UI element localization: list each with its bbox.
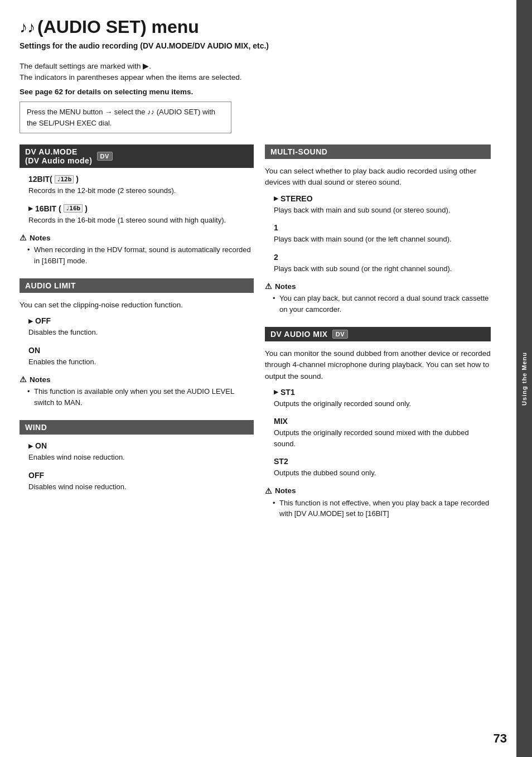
option-st1: ST1 Outputs the originally recorded soun… [265, 388, 491, 409]
note-multisound-1: You can play back, but cannot record a d… [273, 293, 491, 315]
option-on: ON Enables the function. [20, 346, 254, 368]
option-mix-title: MIX [274, 417, 491, 426]
option-ch2-title: 2 [274, 253, 491, 262]
note-audiolimit-1: This function is available only when you… [27, 386, 254, 408]
right-tab-text: Using the Menu [521, 352, 528, 406]
option-12bit-title: 12BIT(♩12b) [28, 175, 254, 184]
16b-badge: ♩16b [64, 204, 83, 213]
option-off-desc: Disables the function. [28, 327, 254, 338]
option-st2-desc: Outputs the dubbed sound only. [274, 467, 491, 479]
option-st1-desc: Outputs the originally recorded sound on… [274, 398, 491, 409]
section-audio-limit: AUDIO LIMIT You can set the clipping-noi… [20, 278, 254, 408]
audio-limit-header: AUDIO LIMIT [20, 278, 254, 293]
multi-sound-title: MULTI-SOUND [270, 147, 327, 156]
wind-header: WIND [20, 420, 254, 435]
option-mix-desc: Outputs the originally recorded sound mi… [274, 427, 491, 449]
left-column: DV AU.MODE(DV Audio mode) DV 12BIT(♩12b)… [20, 144, 254, 532]
instruction-box: Press the MENU button → select the ♪♪ (A… [20, 102, 231, 133]
option-st1-title: ST1 [274, 388, 491, 397]
option-wind-on-title: ON [28, 441, 254, 450]
option-ch1-title: 1 [274, 223, 491, 232]
page-number: 73 [494, 731, 507, 746]
section-dv-au-mode: DV AU.MODE(DV Audio mode) DV 12BIT(♩12b)… [20, 144, 254, 266]
music-notes-icon: ♪♪ [20, 20, 35, 35]
option-ch1: 1 Plays back with main sound (or the lef… [265, 223, 491, 245]
notes-icon-aumode: ⚠ [20, 233, 27, 242]
option-16bit-desc: Records in the 16-bit mode (1 stereo sou… [28, 215, 254, 226]
notes-icon-multisound: ⚠ [265, 282, 272, 291]
dv-badge-audiomix: DV [332, 330, 348, 339]
option-on-desc: Enables the function. [28, 356, 254, 368]
option-on-title: ON [28, 346, 254, 355]
right-column: MULTI-SOUND You can select whether to pl… [265, 144, 491, 532]
dv-au-mode-title: DV AU.MODE(DV Audio mode) [25, 147, 93, 165]
notes-title-aumode: ⚠ Notes [20, 233, 254, 242]
dv-au-mode-notes: ⚠ Notes When recording in the HDV format… [20, 233, 254, 266]
notes-title-audiomix: ⚠ Notes [265, 486, 491, 495]
notes-list-audiomix: This function is not effective, when you… [265, 498, 491, 519]
notes-title-multisound: ⚠ Notes [265, 282, 491, 291]
title-text: (AUDIO SET) menu [37, 17, 199, 37]
option-ch2-desc: Plays back with sub sound (or the right … [274, 263, 491, 274]
two-column-layout: DV AU.MODE(DV Audio mode) DV 12BIT(♩12b)… [20, 144, 491, 532]
section-wind: WIND ON Enables wind noise reduction. OF… [20, 420, 254, 492]
option-16bit: 16BIT (♩16b) Records in the 16-bit mode … [20, 204, 254, 226]
option-wind-off: OFF Disables wind noise reduction. [20, 471, 254, 493]
option-12bit-desc: Records in the 12-bit mode (2 stereo sou… [28, 185, 254, 196]
section-multi-sound: MULTI-SOUND You can select whether to pl… [265, 144, 491, 315]
audio-limit-intro: You can set the clipping-noise reduction… [20, 300, 254, 311]
option-wind-off-desc: Disables wind noise reduction. [28, 481, 254, 493]
option-12bit: 12BIT(♩12b) Records in the 12-bit mode (… [20, 175, 254, 196]
12b-badge: ♩12b [55, 175, 74, 184]
option-16bit-title: 16BIT (♩16b) [28, 204, 254, 213]
option-stereo-desc: Plays back with main and sub sound (or s… [274, 205, 491, 216]
option-off: OFF Disables the function. [20, 316, 254, 338]
option-ch1-desc: Plays back with main sound (or the left … [274, 234, 491, 245]
option-st2-title: ST2 [274, 457, 491, 466]
option-ch2: 2 Plays back with sub sound (or the righ… [265, 253, 491, 274]
dv-audio-mix-intro: You can monitor the sound dubbed from an… [265, 348, 491, 382]
notes-icon-audiolimit: ⚠ [20, 375, 27, 384]
option-wind-on: ON Enables wind noise reduction. [20, 441, 254, 463]
dv-audio-mix-notes: ⚠ Notes This function is not effective, … [265, 486, 491, 519]
notes-list-aumode: When recording in the HDV format, sound … [20, 244, 254, 266]
intro-text-1: The default settings are marked with ▶. … [20, 61, 491, 84]
notes-icon-audiomix: ⚠ [265, 486, 272, 495]
note-aumode-1: When recording in the HDV format, sound … [27, 244, 254, 266]
dv-audio-mix-title: DV AUDIO MIX [270, 330, 328, 339]
intro1: The default settings are marked with ▶. [20, 62, 151, 70]
option-off-title: OFF [28, 316, 254, 325]
main-content: ♪♪ (AUDIO SET) menu Settings for the aud… [0, 0, 507, 757]
instruction-text: Press the MENU button → select the ♪♪ (A… [27, 108, 215, 127]
option-stereo: STEREO Plays back with main and sub soun… [265, 194, 491, 216]
option-st2: ST2 Outputs the dubbed sound only. [265, 457, 491, 479]
option-wind-off-title: OFF [28, 471, 254, 480]
notes-list-audiolimit: This function is available only when you… [20, 386, 254, 408]
audio-limit-title: AUDIO LIMIT [25, 281, 76, 290]
option-mix: MIX Outputs the originally recorded soun… [265, 417, 491, 449]
notes-title-audiolimit: ⚠ Notes [20, 375, 254, 384]
note-audiomix-1: This function is not effective, when you… [273, 498, 491, 519]
dv-badge-aumode: DV [97, 152, 113, 161]
multi-sound-intro: You can select whether to play back audi… [265, 166, 491, 189]
multi-sound-notes: ⚠ Notes You can play back, but cannot re… [265, 282, 491, 315]
right-tab: Using the Menu [516, 0, 532, 757]
page: ♪♪ (AUDIO SET) menu Settings for the aud… [0, 0, 532, 757]
audio-limit-notes: ⚠ Notes This function is available only … [20, 375, 254, 408]
notes-list-multisound: You can play back, but cannot record a d… [265, 293, 491, 315]
section-dv-audio-mix: DV AUDIO MIX DV You can monitor the soun… [265, 327, 491, 519]
bold-note: See page 62 for details on selecting men… [20, 88, 491, 96]
dv-audio-mix-header: DV AUDIO MIX DV [265, 327, 491, 341]
multi-sound-header: MULTI-SOUND [265, 144, 491, 159]
subtitle: Settings for the audio recording (DV AU.… [20, 41, 491, 52]
page-title: ♪♪ (AUDIO SET) menu [20, 17, 491, 37]
option-wind-on-desc: Enables wind noise reduction. [28, 452, 254, 463]
intro2: The indicators in parentheses appear whe… [20, 73, 241, 81]
option-stereo-title: STEREO [274, 194, 491, 203]
dv-au-mode-header: DV AU.MODE(DV Audio mode) DV [20, 144, 254, 168]
wind-title: WIND [25, 423, 47, 432]
